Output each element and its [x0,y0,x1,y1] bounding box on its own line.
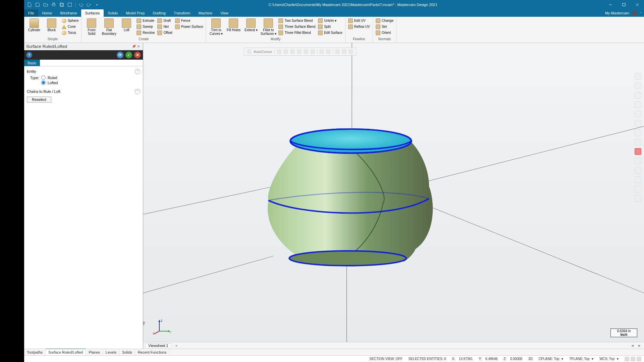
help-icon[interactable]: ? [26,52,32,58]
print-icon[interactable] [51,2,56,7]
close-button[interactable] [631,0,644,9]
maximize-button[interactable] [617,0,631,9]
ok-button[interactable]: ✓ [125,52,132,58]
reselect-button[interactable]: Reselect [27,97,51,103]
orient-normals-button[interactable]: Orient [375,30,394,36]
fillet-to-surfaces-button[interactable]: Fillet to Surfaces ▾ [260,18,276,36]
status-tplane[interactable]: TPLANE: Top ▾ [569,357,593,361]
snap-icon[interactable] [326,49,331,54]
my-mastercam-link[interactable]: My Mastercam [605,11,629,15]
fill-holes-button[interactable]: Fill Holes [225,18,241,32]
change-normals-button[interactable]: Change [375,18,394,23]
snap-icon[interactable] [277,49,281,54]
panel-close-icon[interactable]: ✕ [136,45,141,48]
tab-wireframe[interactable]: Wireframe [56,9,81,17]
snap-icon[interactable] [310,49,315,54]
rt-tool-icon[interactable] [635,186,641,192]
trim-to-curves-button[interactable]: Trim to Curves ▾ [208,18,224,36]
save-as-icon[interactable] [59,2,64,7]
manager-tab-surface-ruled-lofted[interactable]: Surface Ruled/Lofted [46,349,86,355]
rt-tool-icon[interactable] [635,195,641,202]
autocursor-toolbar[interactable]: AutoCursor [244,48,356,56]
rt-view-icon[interactable] [635,111,641,117]
extend-button[interactable]: Extend ▾ [243,18,259,32]
scroll-left-icon[interactable]: ◀ [630,344,635,347]
rt-fit-icon[interactable] [635,101,641,108]
manager-tab-solids[interactable]: Solids [119,349,135,355]
viewsheet-tab[interactable]: Viewsheet 1 [145,343,171,348]
rt-pan-icon[interactable] [635,82,641,89]
snap-icon[interactable] [342,49,346,54]
block-button[interactable]: Block [44,18,60,32]
power-surface-button[interactable]: Power Surface [174,24,204,29]
edit-surface-button[interactable]: Edit Surface [317,30,343,36]
snap-icon[interactable] [304,49,308,54]
tab-view[interactable]: View [216,9,232,17]
status-icon[interactable] [631,357,635,361]
draft-button[interactable]: Draft [157,18,173,23]
split-button[interactable]: Split [317,24,343,29]
redo-icon[interactable] [86,2,92,7]
sweep-button[interactable]: Sweep [136,24,155,29]
fence-button[interactable]: Fence [174,18,204,23]
snap-icon[interactable] [297,49,302,54]
rt-zoom-icon[interactable] [635,73,641,80]
tab-solids[interactable]: Solids [104,9,122,17]
tab-file[interactable]: File [24,9,38,17]
apply-new-button[interactable]: ⟳ [117,52,123,58]
viewport[interactable]: AutoCursor [143,43,644,349]
status-cplane[interactable]: CPLANE: Top ▾ [539,357,563,361]
minimize-button[interactable] [604,0,617,9]
untrim-button[interactable]: Untrim ▾ [317,18,343,23]
snap-icon[interactable] [283,49,288,54]
loft-button[interactable]: Loft [118,18,135,32]
panel-tab-basic[interactable]: Basic [24,60,40,66]
qat-more-icon[interactable]: ▾ [94,2,100,7]
status-icon[interactable] [637,357,641,361]
tab-model-prep[interactable]: Model Prep [122,9,149,17]
open-icon[interactable] [43,2,48,7]
scroll-right-icon[interactable]: ▶ [637,344,642,347]
section-entity[interactable]: Entity˄ [27,68,140,75]
snap-icon[interactable] [335,49,340,54]
rt-tool-icon[interactable] [635,158,641,164]
manager-tab-toolpaths[interactable]: Toolpaths [24,349,46,355]
rt-rotate-icon[interactable] [635,92,641,99]
cancel-button[interactable]: ✕ [134,52,141,58]
three-surface-blend-button[interactable]: Three Surface Blend [278,24,316,29]
set-normals-button[interactable]: Set [375,24,394,29]
snap-icon[interactable] [348,49,353,54]
snap-icon[interactable] [319,49,324,54]
tab-surfaces[interactable]: Surfaces [81,9,104,17]
rt-tool-icon[interactable] [635,176,641,183]
type-lofted-radio[interactable] [41,80,46,85]
preview-icon[interactable] [67,2,72,7]
from-solid-button[interactable]: From Solid [84,18,100,36]
save-icon[interactable] [35,2,40,7]
rt-active-tool-icon[interactable] [635,148,641,155]
tab-drafting[interactable]: Drafting [149,9,170,17]
tab-machine[interactable]: Machine [195,9,217,17]
net-button[interactable]: Net [157,24,173,29]
manager-tab-planes[interactable]: Planes [86,349,103,355]
new-file-icon[interactable] [27,2,32,7]
type-ruled-radio[interactable] [41,75,46,80]
rt-shade-icon[interactable] [635,120,641,127]
reflow-uv-button[interactable]: Reflow UV [347,24,371,29]
cone-button[interactable]: Cone [61,24,79,29]
manager-tab-recent-functions[interactable]: Recent Functions [135,349,170,355]
add-viewsheet-button[interactable]: + [173,344,179,348]
rt-tool-icon[interactable] [635,167,641,174]
manager-tab-levels[interactable]: Levels [103,349,119,355]
tab-transform[interactable]: Transform [170,9,195,17]
torus-button[interactable]: Torus [61,30,79,36]
two-surface-blend-button[interactable]: Two Surface Blend [278,18,316,23]
three-fillet-blend-button[interactable]: Three Fillet Blend [278,30,316,36]
offset-button[interactable]: Offset [157,30,173,36]
status-wcs[interactable]: WCS: Top ▾ [599,357,619,361]
rt-measure-icon[interactable] [635,139,641,145]
tab-home[interactable]: Home [38,9,56,17]
edit-uv-button[interactable]: Edit UV [347,18,371,23]
revolve-button[interactable]: Revolve [136,30,155,36]
extrude-button[interactable]: Extrude [136,18,155,23]
